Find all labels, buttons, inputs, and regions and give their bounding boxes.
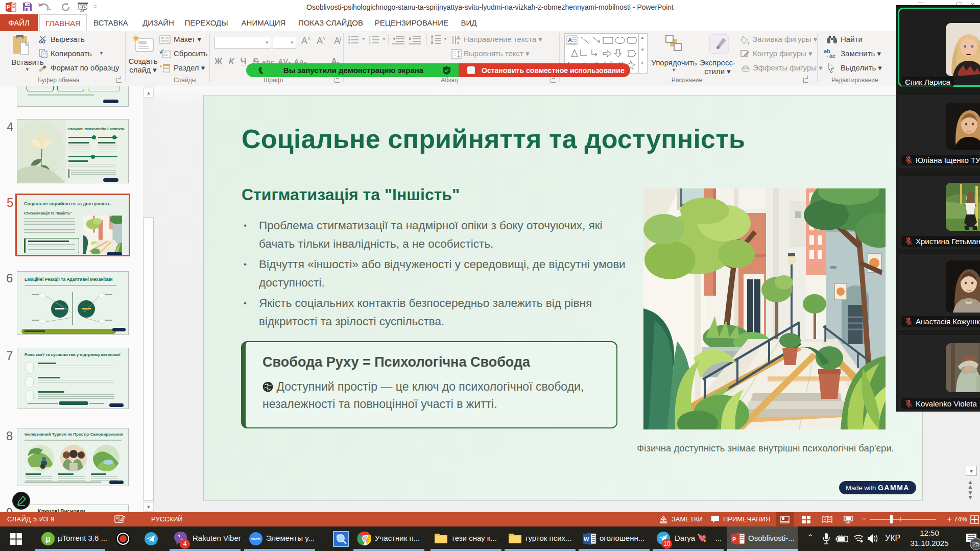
svg-text:A: A — [336, 533, 339, 538]
svg-text:A: A — [568, 37, 572, 43]
svg-text:zoom: zoom — [251, 537, 260, 541]
svg-text:W: W — [584, 536, 589, 542]
svg-text:A: A — [457, 35, 461, 41]
svg-text:P: P — [732, 536, 736, 542]
svg-text:µ: µ — [45, 534, 51, 544]
svg-text:3: 3 — [369, 42, 371, 45]
